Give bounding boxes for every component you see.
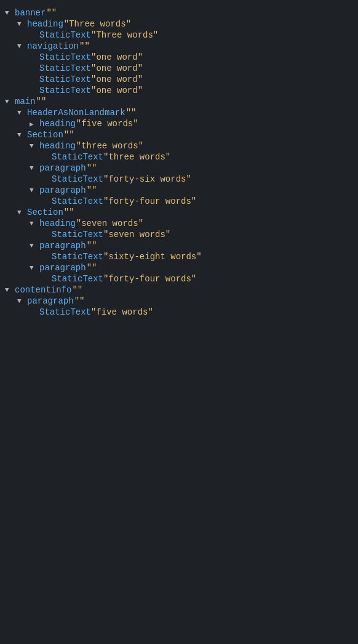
node-label: "forty-four words" <box>103 196 196 206</box>
node-type: StaticText <box>52 196 103 206</box>
node-type: paragraph <box>39 185 86 195</box>
tree-row-paragraph-1[interactable]: paragraph "" <box>0 163 358 174</box>
toggle-icon[interactable] <box>17 131 27 139</box>
node-label: "one word" <box>91 86 143 95</box>
node-type: StaticText <box>52 230 103 239</box>
node-type: StaticText <box>39 63 91 73</box>
node-label: "five words" <box>91 307 153 317</box>
toggle-icon[interactable] <box>30 187 39 194</box>
node-type: StaticText <box>39 30 91 40</box>
tree-row-static-forty-four: StaticText "forty-four words" <box>0 196 358 207</box>
tree-row-banner[interactable]: banner "" <box>0 7 358 18</box>
toggle-icon[interactable] <box>30 242 39 249</box>
tree-row-heading-seven-words[interactable]: heading "seven words" <box>0 218 358 229</box>
tree-row-paragraph-4[interactable]: paragraph "" <box>0 262 358 273</box>
node-label: "three words" <box>103 152 170 162</box>
tree-row-static-seven-words: StaticText "seven words" <box>0 229 358 240</box>
node-type: banner <box>15 8 46 18</box>
toggle-icon[interactable] <box>17 209 27 216</box>
node-label: "Three words" <box>64 19 131 29</box>
toggle-icon[interactable] <box>17 109 27 116</box>
node-type: paragraph <box>39 263 86 273</box>
node-label: "one word" <box>91 52 143 62</box>
toggle-icon[interactable] <box>5 286 15 294</box>
tree-row-navigation[interactable]: navigation "" <box>0 41 358 52</box>
toggle-icon[interactable] <box>5 9 15 17</box>
tree-row-static-forty-four-2: StaticText "forty-four words" <box>0 273 358 284</box>
tree-row-paragraph-5[interactable]: paragraph "" <box>0 296 358 307</box>
tree-row-header-as-non-landmark[interactable]: HeaderAsNonLandmark "" <box>0 107 358 118</box>
node-label: "" <box>87 185 97 195</box>
node-type: StaticText <box>52 152 103 162</box>
tree-row-main[interactable]: main "" <box>0 96 358 107</box>
tree-row-paragraph-3[interactable]: paragraph "" <box>0 240 358 251</box>
toggle-icon[interactable] <box>30 264 39 272</box>
tree-row-static-three-words: StaticText "Three words" <box>0 30 358 41</box>
node-type: StaticText <box>39 307 91 317</box>
node-type: StaticText <box>39 74 91 84</box>
node-type: paragraph <box>27 296 74 306</box>
node-label: "" <box>74 296 85 306</box>
node-label: "one word" <box>91 74 143 84</box>
node-label: "seven words" <box>76 219 143 228</box>
node-type: heading <box>39 219 76 228</box>
node-type: StaticText <box>52 174 103 184</box>
toggle-icon[interactable] <box>30 164 39 172</box>
tree-row-static-sixty-eight: StaticText "sixty-eight words" <box>0 251 358 262</box>
node-type: heading <box>39 141 76 151</box>
node-type: heading <box>27 19 63 29</box>
node-type: contentinfo <box>15 285 71 295</box>
node-label: "forty-four words" <box>103 274 196 284</box>
tree-row-static-five-words: StaticText "five words" <box>0 307 358 318</box>
tree-row-paragraph-2[interactable]: paragraph "" <box>0 185 358 196</box>
node-label: "" <box>36 97 47 107</box>
node-type: paragraph <box>39 241 86 251</box>
node-label: "" <box>72 285 82 295</box>
toggle-icon[interactable] <box>30 142 39 150</box>
node-label: "seven words" <box>103 230 170 239</box>
node-label: "one word" <box>91 63 143 73</box>
node-type: paragraph <box>39 163 86 173</box>
node-label: "" <box>87 163 97 173</box>
node-label: "" <box>126 108 137 118</box>
tree-row-static-three-words-2: StaticText "three words" <box>0 151 358 163</box>
toggle-icon[interactable] <box>5 98 15 105</box>
tree-row-heading-five-words[interactable]: heading "five words" <box>0 118 358 129</box>
node-type: StaticText <box>52 274 103 284</box>
node-label: "forty-six words" <box>103 174 191 184</box>
toggle-icon[interactable] <box>17 42 27 50</box>
node-label: "Three words" <box>91 30 158 40</box>
node-label: "" <box>64 130 74 140</box>
toggle-icon[interactable] <box>17 20 27 28</box>
tree-row-section-1[interactable]: Section "" <box>0 129 358 140</box>
node-type: main <box>15 97 36 107</box>
tree-row-section-2[interactable]: Section "" <box>0 207 358 218</box>
tree-row-static-one-word-4: StaticText "one word" <box>0 85 358 96</box>
node-label: "five words" <box>76 119 138 129</box>
node-label: "" <box>46 8 57 18</box>
toggle-icon[interactable] <box>30 120 39 128</box>
toggle-icon[interactable] <box>17 297 27 305</box>
accessibility-tree: banner ""heading "Three words"StaticText… <box>0 5 358 320</box>
tree-row-heading-three-words[interactable]: heading "Three words" <box>0 18 358 30</box>
node-type: navigation <box>27 41 79 51</box>
tree-row-heading-three-words-2[interactable]: heading "three words" <box>0 140 358 151</box>
node-type: StaticText <box>39 86 91 95</box>
tree-row-static-one-word-2: StaticText "one word" <box>0 63 358 74</box>
node-type: StaticText <box>52 252 103 262</box>
node-label: "" <box>87 241 97 251</box>
node-type: HeaderAsNonLandmark <box>27 108 125 118</box>
node-label: "three words" <box>76 141 143 151</box>
tree-row-static-one-word-3: StaticText "one word" <box>0 74 358 85</box>
node-label: "" <box>64 207 74 217</box>
node-type: Section <box>27 207 63 217</box>
node-label: "sixty-eight words" <box>103 252 202 262</box>
node-type: Section <box>27 130 63 140</box>
tree-row-static-forty-six: StaticText "forty-six words" <box>0 174 358 185</box>
node-type: heading <box>39 119 76 129</box>
tree-row-contentinfo[interactable]: contentinfo "" <box>0 284 358 296</box>
node-type: StaticText <box>39 52 91 62</box>
node-label: "" <box>87 263 97 273</box>
toggle-icon[interactable] <box>30 220 39 227</box>
tree-row-static-one-word-1: StaticText "one word" <box>0 52 358 63</box>
